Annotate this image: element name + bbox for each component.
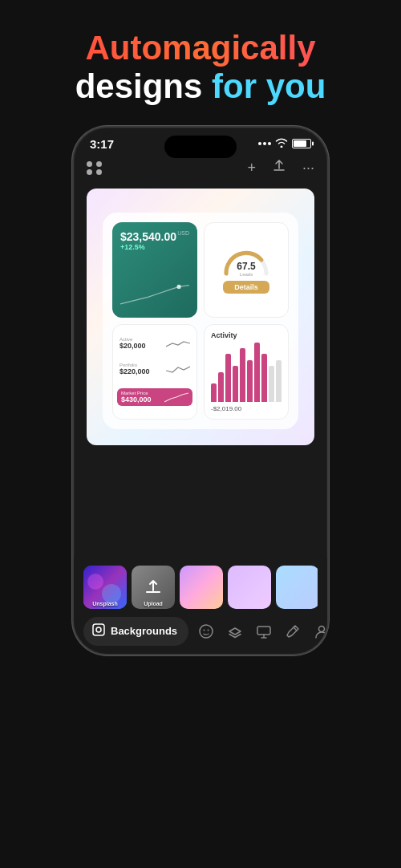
battery-fill xyxy=(294,140,306,147)
hero-accent-text: for you xyxy=(212,67,326,105)
status-icons xyxy=(258,138,311,150)
backgrounds-nav-pill[interactable]: Backgrounds xyxy=(83,617,188,646)
thumbnails-row: Unsplash Upload xyxy=(83,566,318,609)
svg-point-0 xyxy=(177,284,181,288)
bottom-panel: Unsplash Upload xyxy=(74,558,327,654)
signal-icon xyxy=(258,142,271,145)
thumb-upload-label: Upload xyxy=(144,601,163,606)
phone-mockup: 3:17 xyxy=(72,126,329,655)
toolbar-grid-icon[interactable] xyxy=(87,161,103,175)
metric-row-market: Market Price $430,000 xyxy=(117,388,192,406)
svg-text:67.5: 67.5 xyxy=(237,261,256,272)
earnings-card: $23,540.00 USD +12.5% xyxy=(112,222,197,318)
dynamic-island xyxy=(164,136,237,158)
backgrounds-icon xyxy=(91,623,106,640)
hero-title-line2: designs for you xyxy=(16,67,385,106)
svg-point-12 xyxy=(319,626,325,631)
toolbar-right-icons: + ··· xyxy=(247,159,314,177)
activity-title: Activity xyxy=(211,331,282,339)
earnings-chart xyxy=(120,278,189,310)
canvas-area: $23,540.00 USD +12.5% 67. xyxy=(87,189,314,445)
sparkline-market xyxy=(164,391,188,404)
hero-title-line1: Automagically xyxy=(16,29,385,67)
svg-point-9 xyxy=(204,629,205,631)
svg-text:Leads: Leads xyxy=(240,272,253,277)
sparkline-portfolio xyxy=(166,363,190,375)
svg-rect-6 xyxy=(93,624,104,635)
svg-point-4 xyxy=(87,574,103,590)
activity-value: -$2,019.00 xyxy=(211,405,282,412)
svg-point-10 xyxy=(208,629,209,631)
signal-dot-1 xyxy=(258,142,261,145)
phone-toolbar: + ··· xyxy=(74,154,327,184)
metrics-card: Active $20,000 Portfolio $220,000 xyxy=(112,324,197,420)
thumb-upload[interactable]: Upload xyxy=(132,566,175,609)
status-time: 3:17 xyxy=(90,137,114,151)
thumb-unsplash[interactable]: Unsplash xyxy=(83,566,127,609)
battery-icon xyxy=(292,139,311,148)
nav-edit-button[interactable] xyxy=(278,617,307,646)
thumb-gradient2[interactable] xyxy=(228,566,271,609)
nav-icons-group xyxy=(192,617,329,646)
hero-title: Automagically designs for you xyxy=(16,29,385,107)
phone-wrapper: 3:17 xyxy=(0,126,401,655)
activity-card: Activity -$2,019.00 xyxy=(204,324,289,420)
earnings-change: +12.5% xyxy=(120,243,189,251)
svg-rect-11 xyxy=(257,627,270,635)
gauge-card: 67.5 Leads Details xyxy=(204,222,289,318)
thumb-unsplash-label: Unsplash xyxy=(92,601,118,606)
svg-point-7 xyxy=(96,627,101,632)
thumb-gradient1[interactable] xyxy=(180,566,223,609)
signal-dot-2 xyxy=(263,142,266,145)
activity-bar-chart xyxy=(211,343,282,402)
more-button[interactable]: ··· xyxy=(302,160,314,176)
add-button[interactable]: + xyxy=(247,160,256,176)
dashboard: $23,540.00 USD +12.5% 67. xyxy=(103,213,298,429)
earnings-amount: $23,540.00 xyxy=(120,230,176,243)
share-button[interactable] xyxy=(272,159,286,177)
earnings-currency: USD xyxy=(177,230,189,236)
hero-designs-text: designs xyxy=(75,67,212,105)
wifi-icon xyxy=(275,138,288,150)
thumb-gradient3[interactable] xyxy=(276,566,318,609)
gauge-details-button[interactable]: Details xyxy=(223,281,269,294)
upload-icon xyxy=(144,578,163,597)
svg-point-8 xyxy=(200,625,213,638)
app-header: Automagically designs for you xyxy=(0,0,401,126)
bottom-nav: Backgrounds xyxy=(83,617,318,646)
backgrounds-label: Backgrounds xyxy=(111,625,177,637)
nav-layers-button[interactable] xyxy=(221,617,249,646)
nav-monitor-button[interactable] xyxy=(249,617,278,646)
gauge-chart: 67.5 Leads xyxy=(218,245,274,278)
metric-row-active: Active $20,000 xyxy=(119,337,190,350)
sparkline-active xyxy=(166,337,190,350)
metric-row-portfolio: Portfolio $220,000 xyxy=(119,363,190,375)
nav-person-button[interactable] xyxy=(307,617,329,646)
signal-dot-3 xyxy=(268,142,271,145)
nav-face-button[interactable] xyxy=(192,617,221,646)
